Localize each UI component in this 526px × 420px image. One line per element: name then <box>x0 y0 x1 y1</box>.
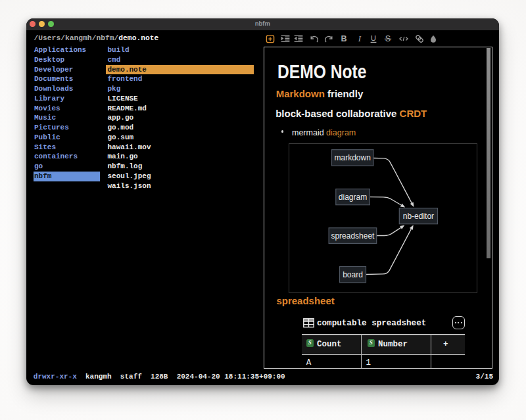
svg-text:spreadsheet: spreadsheet <box>331 231 375 241</box>
svg-text:board: board <box>343 270 363 279</box>
svg-text:I: I <box>357 34 361 43</box>
svg-text:U: U <box>371 34 376 42</box>
svg-text:markdown: markdown <box>334 153 370 162</box>
svg-text:nb-editor: nb-editor <box>402 212 433 221</box>
svg-text:diagram: diagram <box>338 193 366 202</box>
svg-text:B: B <box>341 34 347 43</box>
